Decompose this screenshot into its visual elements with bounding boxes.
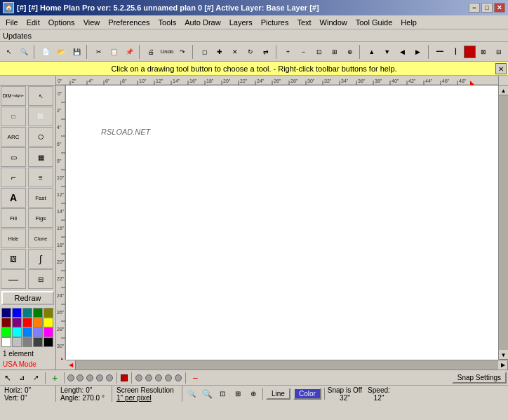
tool-text-big[interactable]: A [1, 188, 26, 208]
line-button[interactable]: Line [266, 388, 290, 400]
bt-circle-4[interactable] [96, 374, 103, 381]
menu-window[interactable]: Window [316, 17, 352, 28]
color-10[interactable] [1, 327, 11, 337]
tool-fill[interactable]: Fill [1, 208, 26, 228]
menu-preferences[interactable]: Preferences [104, 17, 154, 28]
tool-text-fast[interactable]: Fast [28, 188, 53, 208]
tb-flip[interactable]: ⇄ [259, 44, 274, 60]
zoom-in-btn[interactable]: 🔍 [201, 388, 213, 400]
bt-draw1[interactable]: ↖ [1, 372, 14, 384]
tb-up[interactable]: ▲ [364, 44, 379, 60]
tb-zoom[interactable]: 🔍 [17, 44, 32, 60]
menu-file[interactable]: File [1, 17, 22, 28]
color-14[interactable] [44, 327, 53, 337]
info-close-button[interactable]: ✕ [495, 63, 507, 74]
menu-pictures[interactable]: Pictures [257, 17, 293, 28]
menu-toolguide[interactable]: Tool Guide [352, 17, 397, 28]
snap-settings-button[interactable]: Snap Settings [452, 372, 507, 384]
tool-hide[interactable]: Hide [1, 229, 26, 248]
color-8[interactable] [33, 318, 43, 327]
scroll-left-button[interactable]: ◀ [66, 360, 76, 370]
color-11[interactable] [12, 327, 22, 337]
menu-tools[interactable]: Tools [154, 17, 181, 28]
color-5[interactable] [1, 318, 11, 327]
color-17[interactable] [22, 337, 32, 347]
bt-draw2[interactable]: ⊿ [15, 372, 28, 384]
bt-circle-7[interactable] [145, 374, 152, 381]
tb-undo[interactable]: Undo [159, 44, 174, 60]
menu-autodraw[interactable]: Auto Draw [180, 17, 225, 28]
tb-right[interactable]: ▶ [410, 44, 425, 60]
tool-wall-grid[interactable]: ▦ [28, 147, 53, 167]
menu-text[interactable]: Text [293, 17, 315, 28]
redraw-button[interactable]: Redraw [1, 291, 54, 305]
tb-cut[interactable]: ✂ [91, 44, 106, 60]
tool-stairs[interactable]: ≡ [28, 168, 53, 187]
zoom-fit-btn[interactable]: ⊡ [216, 388, 229, 400]
tb-open[interactable]: 📂 [54, 44, 69, 60]
bt-circle-1[interactable] [67, 374, 74, 381]
maximize-button[interactable]: □ [481, 3, 493, 13]
color-3[interactable] [33, 308, 43, 318]
tb-rotate[interactable]: ↻ [243, 44, 258, 60]
color-button[interactable]: Color [293, 388, 321, 400]
tool-rect-filled[interactable]: ⬜ [28, 107, 53, 126]
tb-pointer[interactable]: ↖ [1, 44, 16, 60]
tb-new[interactable]: 📄 [39, 44, 53, 60]
zoom-out-btn[interactable]: 🔍 [185, 388, 198, 400]
tb-snap[interactable]: ⊕ [342, 44, 357, 60]
tool-dim[interactable]: DIM+sign+ [1, 86, 26, 106]
scroll-down-button[interactable]: ▼ [499, 350, 509, 360]
scroll-track-h[interactable] [76, 360, 498, 370]
tool-line[interactable]: — [1, 269, 26, 289]
tool-circle[interactable]: ○ [28, 127, 53, 147]
color-16[interactable] [12, 337, 22, 347]
color-1[interactable] [12, 308, 22, 318]
tool-extra[interactable]: ⊟ [28, 269, 53, 289]
tb-zoomout[interactable]: − [296, 44, 311, 60]
color-18[interactable] [33, 337, 43, 347]
color-7[interactable] [22, 318, 32, 327]
tb-wall-h[interactable]: ━━ [432, 44, 447, 60]
color-2[interactable] [22, 308, 32, 318]
bt-circle-2[interactable] [76, 374, 83, 381]
tb-print[interactable]: 🖨 [144, 44, 159, 60]
tb-redo[interactable]: ↷ [175, 44, 190, 60]
drawing-canvas[interactable]: RSLOAD.NET [66, 86, 498, 360]
menu-options[interactable]: Options [44, 17, 79, 28]
bt-subtract[interactable]: − [189, 372, 201, 384]
color-15[interactable] [1, 337, 11, 347]
scroll-right-button[interactable]: ▶ [498, 360, 508, 370]
minimize-button[interactable]: − [469, 3, 480, 13]
scroll-up-button[interactable]: ▲ [499, 86, 509, 95]
scroll-track-v[interactable] [499, 95, 509, 350]
bt-circle-3[interactable] [86, 374, 93, 381]
tb-copy[interactable]: 📋 [107, 44, 121, 60]
tool-arc[interactable]: ARC [1, 127, 26, 147]
bt-draw3[interactable]: ↗ [29, 372, 42, 384]
tool-figs[interactable]: Figs [28, 208, 53, 228]
zoom-extra-btn[interactable]: ⊕ [247, 388, 260, 400]
tool-rect[interactable]: □ [1, 107, 26, 126]
tb-fit[interactable]: ⊡ [312, 44, 326, 60]
bt-circle-6[interactable] [135, 374, 142, 381]
bt-circle-9[interactable] [165, 374, 172, 381]
tool-photo[interactable]: 🖼 [1, 249, 26, 269]
snap-settings-btn[interactable]: Snap Settings [452, 372, 507, 384]
tb-down[interactable]: ▼ [380, 44, 394, 60]
tb-left[interactable]: ◀ [395, 44, 410, 60]
bt-circle-8[interactable] [155, 374, 162, 381]
tb-grid[interactable]: ⊞ [327, 44, 342, 60]
tb-color-box[interactable] [464, 46, 476, 58]
color-0[interactable] [1, 308, 11, 318]
color-6[interactable] [12, 318, 22, 327]
menu-edit[interactable]: Edit [22, 17, 44, 28]
color-12[interactable] [22, 327, 32, 337]
color-19[interactable] [44, 337, 53, 347]
tool-curve[interactable]: ∫ [28, 249, 53, 269]
tb-zoomin[interactable]: + [281, 44, 295, 60]
bt-circle-5[interactable] [106, 374, 113, 381]
color-9[interactable] [44, 318, 53, 327]
zoom-actual-btn[interactable]: ⊞ [232, 388, 244, 400]
bt-add[interactable]: + [48, 372, 61, 384]
